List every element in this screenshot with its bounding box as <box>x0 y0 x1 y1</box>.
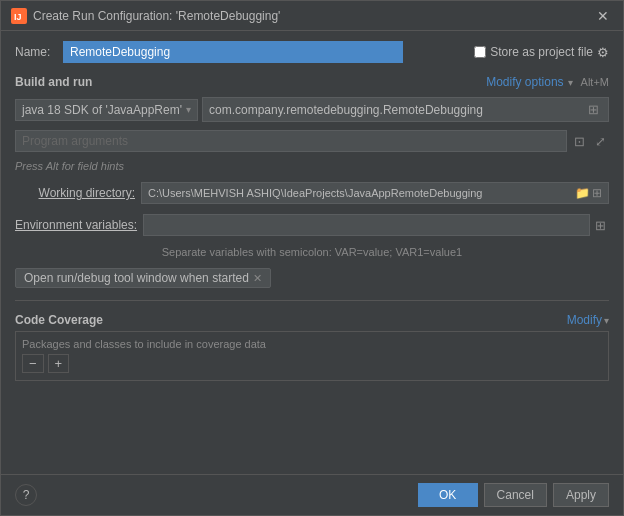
help-button[interactable]: ? <box>15 484 37 506</box>
env-vars-row: Environment variables: ⊞ <box>15 214 609 236</box>
code-coverage-section: Code Coverage Modify ▾ Packages and clas… <box>15 313 609 381</box>
main-class-field: com.company.remotedebugging.RemoteDebugg… <box>202 97 609 122</box>
modify-options-container: Modify options ▾ Alt+M <box>486 75 609 89</box>
env-vars-browse-button[interactable]: ⊞ <box>592 217 609 234</box>
cancel-button[interactable]: Cancel <box>484 483 547 507</box>
build-run-title: Build and run <box>15 75 92 89</box>
intellij-icon: IJ <box>11 8 27 24</box>
working-dir-copy-button[interactable]: ⊞ <box>592 186 602 200</box>
main-class-value: com.company.remotedebugging.RemoteDebugg… <box>209 103 483 117</box>
hint-text: Press Alt for field hints <box>15 160 609 172</box>
remove-package-button[interactable]: − <box>22 354 44 373</box>
packages-label: Packages and classes to include in cover… <box>22 338 602 350</box>
store-project-label: Store as project file <box>490 45 593 59</box>
working-dir-value: C:\Users\MEHVISH ASHIQ\IdeaProjects\Java… <box>148 187 482 199</box>
working-dir-row: Working directory: C:\Users\MEHVISH ASHI… <box>15 182 609 204</box>
packages-toolbar: − + <box>22 354 602 373</box>
modify-link[interactable]: Modify <box>567 313 602 327</box>
expand-args-button[interactable]: ⊡ <box>571 133 588 150</box>
working-dir-icons: 📁 ⊞ <box>575 186 602 200</box>
working-dir-folder-button[interactable]: 📁 <box>575 186 590 200</box>
name-input[interactable] <box>63 41 403 63</box>
modify-options-link[interactable]: Modify options <box>486 75 563 89</box>
title-bar: IJ Create Run Configuration: 'RemoteDebu… <box>1 1 623 31</box>
working-dir-value-container: C:\Users\MEHVISH ASHIQ\IdeaProjects\Java… <box>141 182 609 204</box>
dialog-content: Name: Store as project file ⚙ Build and … <box>1 31 623 474</box>
sdk-label: java 18 SDK of 'JavaAppRem' <box>22 103 182 117</box>
shortcut-label: Alt+M <box>581 76 609 88</box>
svg-text:IJ: IJ <box>14 12 22 22</box>
store-project-row: Store as project file ⚙ <box>474 45 609 60</box>
program-args-input[interactable] <box>15 130 567 152</box>
program-args-row: ⊡ ⤢ <box>15 130 609 152</box>
code-coverage-title: Code Coverage <box>15 313 103 327</box>
action-buttons: OK Cancel Apply <box>418 483 609 507</box>
sdk-select[interactable]: java 18 SDK of 'JavaAppRem' ▾ <box>15 99 198 121</box>
separator-text: Separate variables with semicolon: VAR=v… <box>15 244 609 260</box>
add-package-button[interactable]: + <box>48 354 70 373</box>
env-vars-label: Environment variables: <box>15 218 137 232</box>
modify-container: Modify ▾ <box>567 313 609 327</box>
dialog-title: Create Run Configuration: 'RemoteDebuggi… <box>33 9 593 23</box>
ok-button[interactable]: OK <box>418 483 478 507</box>
chevron-down-icon: ▾ <box>568 77 573 88</box>
run-config-dialog: IJ Create Run Configuration: 'RemoteDebu… <box>0 0 624 516</box>
build-run-header: Build and run Modify options ▾ Alt+M <box>15 75 609 89</box>
tag-label: Open run/debug tool window when started <box>24 271 249 285</box>
tag-row: Open run/debug tool window when started … <box>15 268 609 288</box>
bottom-bar: ? OK Cancel Apply <box>1 474 623 515</box>
close-button[interactable]: ✕ <box>593 8 613 24</box>
sdk-chevron-icon: ▾ <box>186 104 191 115</box>
run-debug-tag: Open run/debug tool window when started … <box>15 268 271 288</box>
env-vars-input[interactable] <box>143 214 590 236</box>
name-row: Name: Store as project file ⚙ <box>15 41 609 63</box>
name-label: Name: <box>15 45 55 59</box>
apply-button[interactable]: Apply <box>553 483 609 507</box>
modify-chevron-icon: ▾ <box>604 315 609 326</box>
store-project-checkbox[interactable] <box>474 46 486 58</box>
packages-box: Packages and classes to include in cover… <box>15 331 609 381</box>
working-dir-label: Working directory: <box>15 186 135 200</box>
code-coverage-header: Code Coverage Modify ▾ <box>15 313 609 327</box>
tag-close-button[interactable]: ✕ <box>253 272 262 285</box>
expand-window-button[interactable]: ⤢ <box>592 133 609 150</box>
gear-icon[interactable]: ⚙ <box>597 45 609 60</box>
main-class-browse-button[interactable]: ⊞ <box>585 101 602 118</box>
sdk-row: java 18 SDK of 'JavaAppRem' ▾ com.compan… <box>15 97 609 122</box>
section-divider <box>15 300 609 301</box>
env-vars-container: ⊞ <box>143 214 609 236</box>
